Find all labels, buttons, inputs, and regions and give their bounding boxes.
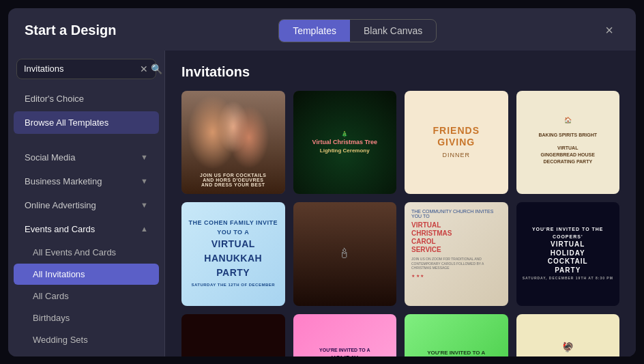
chevron-up-icon: ▲ [141,225,148,233]
browse-all-label: Browse All Templates [25,117,108,128]
template-card-kids[interactable]: YOU'RE INVITED TO A VIRTUALKIDSHOLIDAY [405,314,508,356]
sidebar-sub-item-all-invitations[interactable]: All Invitations [14,264,159,285]
sidebar: ✕ 🔍 Editor's Choice Browse All Templates… [8,51,165,356]
thanksgiving-text: 🦃 LET'S GATHER TOGETHER FOR A VIRTUALTHA… [518,335,618,356]
sidebar-sub-item-valentines[interactable]: Valentine's Day [14,351,159,356]
template-card-gingerbread[interactable]: 🏠 BAKING SPIRITS BRIGHTVIRTUALGINGERBREA… [516,91,620,195]
events-cards-label: Events and Cards [25,224,95,234]
sidebar-item-social-media[interactable]: Social Media ▼ [14,146,159,169]
modal-header: Start a Design Templates Blank Canvas × [8,8,636,51]
chevron-down-icon: ▼ [141,153,148,161]
sidebar-item-online-advertising[interactable]: Online Advertising ▼ [14,194,159,216]
search-bar: ✕ 🔍 [16,59,156,79]
template-card-cocktail-party[interactable]: YOU'RE INVITED TO THE COOPERS' VIRTUALHO… [516,202,620,306]
cocktail-party-text: YOU'RE INVITED TO THE COOPERS' VIRTUALHO… [516,221,620,288]
tab-templates[interactable]: Templates [279,20,350,42]
modal-title: Start a Design [25,23,116,38]
template-card-karaoke[interactable]: YOU'RE INVITED TO A HOLIDAYKARAOKEPARTY … [293,314,397,356]
template-card-cocktails[interactable]: JOIN US FOR COCKTAILSAND HORS D'OEUVRESA… [181,91,285,195]
cocktails-text: JOIN US FOR COCKTAILSAND HORS D'OEUVRESA… [188,173,278,187]
template-card-xmas-tree[interactable]: 🎄Virtual Christmas TreeLighting Ceremony [293,91,397,195]
holiday-dark-text: VIRTUALHOLIDAY [211,350,256,356]
template-grid: JOIN US FOR COCKTAILSAND HORS D'OEUVRESA… [181,91,619,356]
template-card-friendsgiving[interactable]: FRIENDSGIVINGDINNER [405,91,508,195]
template-card-thanksgiving[interactable]: 🦃 LET'S GATHER TOGETHER FOR A VIRTUALTHA… [516,314,620,356]
tab-group: Templates Blank Canvas [278,19,437,42]
birthdays-label: Birthdays [33,313,70,323]
clear-search-button[interactable]: ✕ [138,64,149,74]
search-icon-button[interactable]: 🔍 [149,64,164,74]
hanukkah-text: THE COHEN FAMILY INVITE YOU TO A VIRTUAL… [181,213,285,295]
search-input[interactable] [24,64,138,74]
tab-blank-canvas[interactable]: Blank Canvas [350,20,436,42]
sidebar-sub-item-all-events[interactable]: All Events And Cards [14,242,159,263]
close-button[interactable]: × [599,20,619,41]
main-content: Invitations JOIN US FOR COCKTAILSAND HOR… [165,51,636,356]
template-card-holiday-dark[interactable]: VIRTUALHOLIDAY [181,314,285,356]
section-title: Invitations [181,64,619,80]
karaoke-text: YOU'RE INVITED TO A HOLIDAYKARAOKEPARTY … [314,341,375,356]
all-invitations-label: All Invitations [33,269,85,279]
business-marketing-label: Business Marketing [25,176,102,186]
modal-overlay: Start a Design Templates Blank Canvas × … [0,0,644,364]
sidebar-sub-item-all-cards[interactable]: All Cards [14,285,159,307]
template-card-hanukkah[interactable]: THE COHEN FAMILY INVITE YOU TO A VIRTUAL… [181,202,285,306]
social-media-label: Social Media [25,152,75,163]
editors-choice-label: Editor's Choice [25,94,84,104]
sidebar-item-business-marketing[interactable]: Business Marketing ▼ [14,170,159,193]
all-cards-label: All Cards [33,291,69,301]
gingerbread-text: BAKING SPIRITS BRIGHTVIRTUALGINGERBREAD … [533,126,602,171]
friendsgiving-text: FRIENDSGIVINGDINNER [428,120,485,165]
chevron-down-icon: ▼ [141,201,148,209]
modal-body: ✕ 🔍 Editor's Choice Browse All Templates… [8,51,636,356]
sidebar-item-browse-all[interactable]: Browse All Templates [14,111,159,134]
sidebar-item-events-cards[interactable]: Events and Cards ▲ [14,218,159,240]
xmas-tree-text: 🎄Virtual Christmas TreeLighting Ceremony [306,124,384,161]
wedding-sets-label: Wedding Sets [33,335,88,345]
all-events-label: All Events And Cards [33,247,116,257]
template-card-carol[interactable]: THE COMMUNITY CHURCH INVITES YOU TO VIRT… [405,202,508,306]
online-advertising-label: Online Advertising [25,200,96,210]
template-card-carol-bg[interactable]: 🕯 [293,202,397,306]
chevron-down-icon: ▼ [141,177,148,185]
sidebar-item-editors-choice[interactable]: Editor's Choice [14,87,159,110]
sidebar-sub-item-wedding-sets[interactable]: Wedding Sets [14,329,159,350]
modal-container: Start a Design Templates Blank Canvas × … [8,8,636,356]
sidebar-sub-item-birthdays[interactable]: Birthdays [14,307,159,328]
kids-text: YOU'RE INVITED TO A VIRTUALKIDSHOLIDAY [422,344,491,356]
